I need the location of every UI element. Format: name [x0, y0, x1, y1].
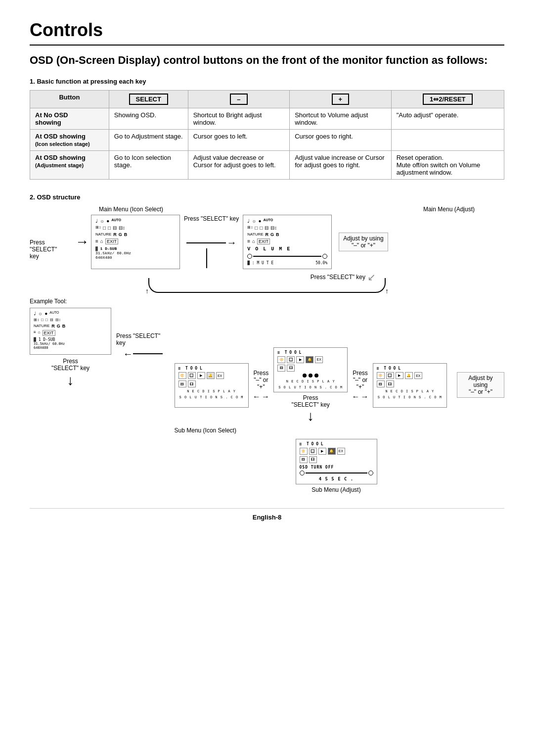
row3-minus: Adjust value decrease or Cursor for adju… [188, 150, 290, 179]
osd-screen-tool-example: ♩ ☼ ● AUTO ⊞↕ □□⊟⊟↕ NATURE R G B ≡⌂EXIT … [30, 308, 111, 355]
osd-screen-main-adjust: ♩ ☼ ● AUTO ⊞↕ □ □ ⊟ ⊟↕ NATURE R G B ≡ ⌂ [243, 215, 332, 269]
osd-tool-icon-select: ≡ T O O L 🔆 🔲 ▶ 🔔 EX 🖼 🎞 N E C D I S P L… [175, 363, 249, 408]
row2-plus: Cursor goes to right. [290, 129, 392, 150]
main-menu-adjust-label: Main Menu (Adjust) [423, 206, 475, 213]
osd-tool-icon-select-right: ≡ T O O L 🔆 🔲 ▶ 🔔 EX 🖼 🎞 N E C D I S P L… [373, 363, 447, 408]
sub-menu-icon-label: Sub Menu (Icon Select) [175, 427, 236, 434]
section2-title: 2. OSD structure [30, 193, 504, 201]
press-select-key-example: Press"SELECT" key [51, 358, 89, 372]
col-header-plus: + [290, 90, 392, 108]
row1-reset: "Auto adjust" operate. [391, 108, 504, 129]
table-row: At OSD showing(Icon selection stage) Go … [30, 129, 504, 150]
row2-reset [391, 129, 504, 150]
row3-label: At OSD showing(Adjustment stage) [30, 150, 109, 179]
press-select-sub: Press"SELECT" key [292, 394, 330, 408]
osd-screen-main-icon: ♩ ☼ ● AUTO ⊞↕ □ □ ⊟ ⊟↕ NATURE R G B ≡ ⌂ [91, 215, 180, 269]
col-header-reset: 1⇔2/RESET [391, 90, 504, 108]
row3-select: Go to Icon selection stage. [109, 150, 188, 179]
col-header-minus: – [188, 90, 290, 108]
page-footer: English-8 [30, 508, 504, 521]
main-menu-icon-select-label: Main Menu (Icon Select) [99, 206, 163, 213]
arrow-down-icon: ↓ [67, 373, 74, 388]
press-minus-plus-label2: Press"–" or "+" [351, 370, 370, 390]
arrow-down-sub: ↓ [307, 408, 314, 424]
row1-plus: Shortcut to Volume adjust window. [290, 108, 392, 129]
arrow-right-icon: → [75, 234, 89, 250]
controls-table: Button SELECT – + 1⇔2/RESET At No OSDsho… [30, 90, 504, 180]
adjust-by-using-label: Adjust by using"–" or "+" [339, 233, 388, 251]
row1-label: At No OSDshowing [30, 108, 109, 129]
press-minus-plus-label: Press"–" or "+" [252, 370, 271, 390]
osd-diagram-top: Main Menu (Icon Select) Main Menu (Adjus… [30, 206, 504, 293]
press-select-key-center: Press "SELECT" key [184, 215, 239, 222]
row3-reset: Reset operation.Mute off/on switch on Vo… [391, 150, 504, 179]
row2-minus: Cursor goes to left. [188, 129, 290, 150]
osd-tool-icon-select-mid: ≡ T O O L 🔆 🔲 ▶ 🔔 EX 🖼 🎞 [273, 347, 348, 392]
row2-label: At OSD showing(Icon selection stage) [30, 129, 109, 150]
sub-menu-icon-select-mid: ≡ T O O L 🔆 🔲 ▶ 🔔 EX 🖼 🎞 [273, 347, 348, 424]
press-select-key-back: Press "SELECT" key [116, 332, 170, 346]
table-row: At No OSDshowing Showing OSD. Shortcut t… [30, 108, 504, 129]
example-tool-label: Example Tool: [30, 298, 504, 305]
press-select-left: Press "SELECT" key [30, 239, 69, 260]
col-header-button: Button [30, 90, 109, 108]
sub-menu-adjust-label: Sub Menu (Adjust) [312, 486, 360, 493]
main-heading: OSD (On-Screen Display) control buttons … [30, 53, 504, 68]
row1-select: Showing OSD. [109, 108, 188, 129]
osd-tool-adjust: ≡ T O O L 🔆 🔲 ▶ 🔔 EX 🖼 🎞 OSD TURN OFF 4 … [296, 439, 377, 484]
table-row: At OSD showing(Adjustment stage) Go to I… [30, 150, 504, 179]
sub-menu-icon-select: ≡ T O O L 🔆 🔲 ▶ 🔔 EX 🖼 🎞 N E C D I S P L… [175, 363, 249, 408]
sub-menu-icon-select-right: ≡ T O O L 🔆 🔲 ▶ 🔔 EX 🖼 🎞 N E C D I S P L… [373, 363, 447, 408]
adjust-by-using-2: Adjust by using"–" or "+" [457, 372, 504, 398]
section1-title: 1. Basic function at pressing each key [30, 78, 504, 85]
row3-plus: Adjust value increase or Cursor for adju… [290, 150, 392, 179]
col-header-select: SELECT [109, 90, 188, 108]
row1-minus: Shortcut to Bright adjust window. [188, 108, 290, 129]
page-title: Controls [30, 20, 504, 46]
row2-select: Go to Adjustment stage. [109, 129, 188, 150]
